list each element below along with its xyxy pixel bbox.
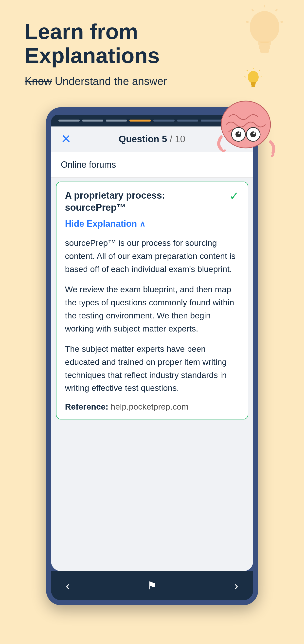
svg-line-14 (259, 70, 260, 71)
explanation-paragraph-3: The subject matter experts have been edu… (65, 342, 239, 394)
phone-shell: ✕ Question 5 / 10 Online forums A propri… (46, 107, 258, 605)
svg-rect-12 (252, 86, 255, 87)
svg-rect-10 (251, 82, 256, 84)
svg-point-25 (253, 132, 255, 134)
progress-bar-4 (130, 120, 151, 122)
chevron-up-icon: ∧ (140, 219, 145, 228)
page-title: Learn from Explanations (25, 20, 279, 68)
answer-title: A proprietary process: sourcePrep™ (65, 190, 239, 214)
svg-point-23 (250, 132, 256, 137)
svg-rect-11 (251, 84, 255, 86)
explanation-paragraph-1: sourcePrep™ is our process for sourcing … (65, 236, 239, 276)
forward-button[interactable]: › (234, 578, 238, 593)
svg-line-17 (244, 77, 246, 77)
question-number: Question 5 / 10 (119, 134, 185, 144)
header-subtitle: Know Understand the answer (25, 75, 279, 88)
progress-bar-1 (58, 120, 80, 122)
svg-point-24 (238, 132, 240, 134)
progress-bar-5 (153, 120, 174, 122)
progress-bar-2 (82, 120, 103, 122)
phone-mockup: ✕ Question 5 / 10 Online forums A propri… (46, 107, 258, 605)
brain-mascot (214, 92, 278, 162)
strikethrough-text: Know (25, 75, 52, 87)
svg-point-22 (235, 132, 241, 137)
hide-explanation-button[interactable]: Hide Explanation ∧ (65, 218, 239, 229)
svg-line-15 (247, 70, 248, 71)
mascot-lightbulb (243, 68, 263, 94)
explanation-paragraph-2: We review the exam blueprint, and then m… (65, 283, 239, 335)
flag-button[interactable]: ⚑ (147, 579, 157, 592)
phone-screen: ✕ Question 5 / 10 Online forums A propri… (51, 126, 253, 571)
progress-bar-3 (106, 120, 127, 122)
phone-bottom-bar: ‹ ⚑ › (51, 571, 253, 600)
reference-line: Reference: help.pocketprep.com (65, 402, 239, 412)
answer-card: A proprietary process: sourcePrep™ ✓ Hid… (56, 182, 248, 420)
back-button[interactable]: ‹ (66, 578, 70, 593)
svg-point-9 (248, 71, 259, 83)
progress-bar-6 (177, 120, 198, 122)
correct-checkmark: ✓ (229, 189, 239, 203)
svg-line-16 (261, 77, 262, 77)
close-button[interactable]: ✕ (61, 132, 71, 146)
